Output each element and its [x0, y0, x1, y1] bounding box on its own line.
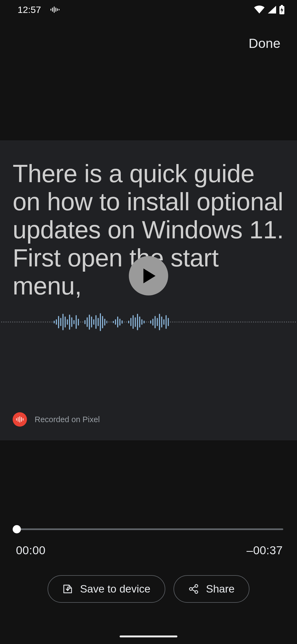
recorder-app-icon	[13, 412, 27, 427]
bottom-section: 00:00 –00:37 Save to device Share	[0, 440, 297, 644]
signal-icon	[267, 5, 277, 14]
svg-point-15	[195, 591, 198, 593]
status-right	[254, 5, 285, 14]
svg-rect-7	[281, 5, 283, 6]
time-remaining: –00:37	[247, 544, 283, 557]
status-time: 12:57	[18, 4, 41, 15]
svg-point-14	[189, 588, 192, 590]
time-current: 00:00	[16, 544, 46, 557]
battery-charging-icon	[279, 5, 285, 14]
play-icon	[143, 268, 156, 284]
download-icon	[62, 584, 73, 594]
share-button[interactable]: Share	[174, 575, 249, 603]
status-bar: 12:57	[0, 0, 297, 19]
action-row: Save to device Share	[0, 575, 297, 603]
player-card: There is a quick guide on how to install…	[0, 140, 297, 440]
save-to-device-button[interactable]: Save to device	[48, 575, 165, 603]
home-indicator[interactable]	[120, 635, 177, 637]
svg-line-16	[192, 586, 195, 588]
top-section: Done	[0, 19, 297, 140]
recorded-label: Recorded on Pixel	[35, 415, 100, 424]
play-button[interactable]	[129, 256, 168, 296]
svg-line-17	[192, 590, 195, 591]
svg-point-13	[195, 585, 198, 587]
wifi-icon	[254, 5, 265, 14]
share-icon	[188, 584, 199, 594]
status-left: 12:57	[18, 4, 61, 15]
time-row: 00:00 –00:37	[16, 544, 283, 557]
share-label: Share	[206, 583, 235, 595]
waveform[interactable]	[0, 308, 297, 336]
audio-activity-icon	[50, 6, 61, 13]
done-button[interactable]: Done	[249, 36, 280, 51]
slider-thumb[interactable]	[13, 525, 21, 533]
playback-slider[interactable]	[14, 528, 283, 530]
slider-track	[14, 528, 283, 530]
recorded-badge: Recorded on Pixel	[13, 412, 100, 427]
save-label: Save to device	[80, 583, 150, 595]
